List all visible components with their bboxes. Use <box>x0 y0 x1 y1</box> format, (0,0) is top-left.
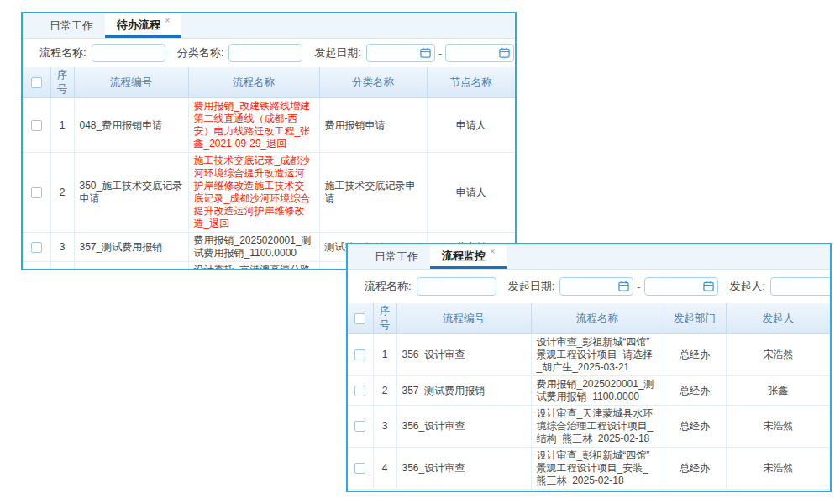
workflow-name-label: 流程名称: <box>39 45 87 60</box>
pending-workflow-table: 序号流程编号流程名称分类名称节点名称 1048_费用报销申请费用报销_改建铁路线… <box>23 67 515 270</box>
close-icon[interactable]: × <box>490 246 495 256</box>
cell: 费用报销_2025020001_测试费用报销_1100.0000 <box>531 376 664 406</box>
cell: 350_施工技术交底记录申请 <box>74 153 188 233</box>
tab-bar: 日常工作 待办流程× <box>23 13 515 39</box>
cell: 356_设计审查 <box>396 334 531 376</box>
calendar-icon[interactable] <box>703 281 714 291</box>
cell: 申请人 <box>427 153 515 233</box>
filter-bar: 流程名称: 分类名称: 发起日期: - 发起人: <box>23 39 515 67</box>
row-checkbox-cell <box>348 376 373 406</box>
column-header: 流程名称 <box>188 67 319 98</box>
column-header: 序号 <box>373 303 396 334</box>
row-checkbox[interactable] <box>31 242 42 253</box>
tab-daily-work[interactable]: 日常工作 <box>38 13 105 38</box>
panel-pending-workflow: 日常工作 待办流程× 流程名称: 分类名称: 发起日期: - <box>21 12 517 270</box>
initiator-label: 发起人: <box>730 279 766 294</box>
date-range-separator: - <box>438 47 442 60</box>
cell: 048_费用报销申请 <box>74 98 188 153</box>
cell: 宋浩然 <box>726 334 830 376</box>
column-header: 节点名称 <box>427 67 515 98</box>
row-checkbox-cell <box>23 153 50 233</box>
workflow-name-input[interactable] <box>417 277 496 296</box>
tab-label: 流程监控 <box>442 249 486 262</box>
tab-pending-workflow[interactable]: 待办流程× <box>105 13 181 38</box>
cell: 总经办 <box>664 376 726 406</box>
cell: 总经办 <box>664 334 726 376</box>
cell: 设计审查_天津蒙城县水环境综合治理工程设计项目_结构_熊三林_2025-02-1… <box>531 406 664 448</box>
category-name-input[interactable] <box>228 44 302 62</box>
cell: 设计审查_彭祖新城“四馆”景观工程设计项目_安装_熊三林_2025-02-18 <box>531 448 664 490</box>
row-checkbox-cell <box>23 98 50 153</box>
workflow-name-input[interactable] <box>92 44 165 62</box>
cell: 2 <box>50 153 74 233</box>
cell: 337_设计委托申请 <box>74 262 188 271</box>
header-checkbox-cell <box>348 303 373 334</box>
cell: 宋浩然 <box>726 406 830 448</box>
cell: 费用报销申请 <box>319 98 427 153</box>
category-name-label: 分类名称: <box>177 45 224 60</box>
calendar-icon[interactable] <box>618 281 629 291</box>
cell: 356_设计审查 <box>396 448 531 490</box>
table-row: 2357_测试费用报销费用报销_2025020001_测试费用报销_1100.0… <box>348 376 830 406</box>
row-checkbox[interactable] <box>31 187 42 198</box>
row-checkbox-cell <box>348 448 373 490</box>
column-header: 发起人 <box>726 303 830 334</box>
cell: 3 <box>50 233 74 262</box>
row-checkbox-cell <box>348 406 373 448</box>
select-all-checkbox[interactable] <box>354 313 365 324</box>
cell: 宋浩然 <box>726 448 830 490</box>
start-date-to-field <box>445 44 514 62</box>
tab-daily-work[interactable]: 日常工作 <box>363 244 430 269</box>
panel-workflow-monitor: 日常工作 流程监控× 流程名称: 发起日期: - <box>346 243 832 492</box>
cell: 3 <box>373 406 396 448</box>
cell: 356_设计审查 <box>396 406 531 448</box>
date-range-separator: - <box>637 281 640 293</box>
table-row: 1048_费用报销申请费用报销_改建铁路线增建第二线直通线（成都-西安）电力线路… <box>23 98 515 153</box>
start-date-from-field <box>366 44 435 62</box>
cell: 张鑫 <box>726 376 830 406</box>
cell: 357_测试费用报销 <box>396 376 531 406</box>
workflow-name-label: 流程名称: <box>365 279 412 294</box>
table-header-row: 序号流程编号流程名称分类名称节点名称 <box>23 67 515 98</box>
cell: 总经办 <box>664 448 726 490</box>
start-date-to-field <box>644 277 718 296</box>
column-header: 分类名称 <box>319 67 427 98</box>
column-header: 流程编号 <box>74 67 188 98</box>
header-checkbox-cell <box>23 67 50 98</box>
tab-bar: 日常工作 流程监控× <box>348 244 830 270</box>
table-row: 4356_设计审查设计审查_彭祖新城“四馆”景观工程设计项目_安装_熊三林_20… <box>348 448 830 490</box>
row-checkbox[interactable] <box>31 120 42 131</box>
select-all-checkbox[interactable] <box>31 77 42 88</box>
column-header: 流程名称 <box>531 303 664 334</box>
initiator-input[interactable] <box>770 277 830 296</box>
tab-label: 日常工作 <box>50 19 93 32</box>
row-checkbox[interactable] <box>354 349 365 360</box>
tab-label: 待办流程 <box>117 18 160 31</box>
table-row: 1356_设计审查设计审查_彭祖新城“四馆”景观工程设计项目_请选择_胡广生_2… <box>348 334 830 376</box>
cell: 申请人 <box>427 98 515 153</box>
workflow-monitor-table: 序号流程编号流程名称发起部门发起人 1356_设计审查设计审查_彭祖新城“四馆”… <box>348 303 830 490</box>
calendar-icon[interactable] <box>420 47 431 58</box>
cell: 设计审查_彭祖新城“四馆”景观工程设计项目_请选择_胡广生_2025-03-21 <box>531 334 664 376</box>
cell: 施工技术交底记录申请 <box>319 153 427 233</box>
table-header-row: 序号流程编号流程名称发起部门发起人 <box>348 303 830 334</box>
row-checkbox[interactable] <box>354 463 365 474</box>
table-row: 3356_设计审查设计审查_天津蒙城县水环境综合治理工程设计项目_结构_熊三林_… <box>348 406 830 448</box>
row-checkbox-cell <box>23 233 50 262</box>
cell: 总经办 <box>664 406 726 448</box>
cell: 施工技术交底记录_成都沙河环境综合提升改造运河护岸维修改造施工技术交底记录_成都… <box>188 153 319 233</box>
table-row: 2350_施工技术交底记录申请施工技术交底记录_成都沙河环境综合提升改造运河护岸… <box>23 153 515 233</box>
start-date-from-field <box>559 277 633 296</box>
cell: 费用报销_改建铁路线增建第二线直通线（成都-西安）电力线路迁改工程_张鑫_202… <box>188 98 319 153</box>
close-icon[interactable]: × <box>165 15 170 25</box>
calendar-icon[interactable] <box>499 47 510 58</box>
tab-label: 日常工作 <box>375 250 418 263</box>
row-checkbox[interactable] <box>354 421 365 432</box>
cell: 2 <box>373 376 396 406</box>
column-header: 序号 <box>50 67 74 98</box>
start-date-label: 发起日期: <box>314 45 361 60</box>
tab-workflow-monitor[interactable]: 流程监控× <box>430 244 507 269</box>
filter-bar: 流程名称: 发起日期: - 发起人: <box>348 270 830 303</box>
row-checkbox-cell <box>23 262 50 271</box>
row-checkbox[interactable] <box>354 386 365 396</box>
